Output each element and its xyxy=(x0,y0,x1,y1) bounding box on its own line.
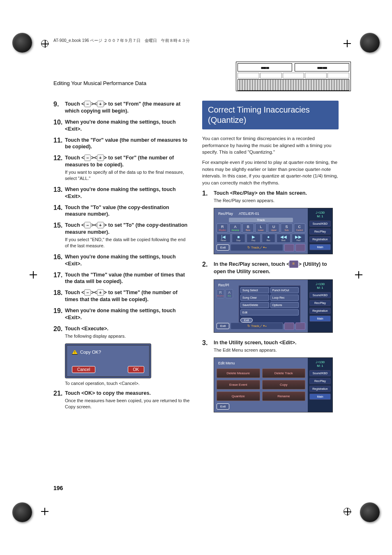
edit-menu-item[interactable]: Erase Event xyxy=(217,380,260,389)
step-number: 16. xyxy=(53,253,65,261)
step-text: Touch <–><+> to set "Time" (the number o… xyxy=(65,289,190,303)
plus-icon: + xyxy=(97,154,104,161)
left-column: 9. Touch <–><+> to set "From" (the measu… xyxy=(53,101,190,502)
utility-button[interactable] xyxy=(295,322,305,330)
minus-icon: – xyxy=(84,101,91,107)
track-bar[interactable]: ↻ Track／✦• xyxy=(231,322,283,329)
ss-title: Rec/Play xyxy=(218,212,233,216)
tempo-display: ♩=130M: 1 xyxy=(309,281,331,290)
ss-title: Rec/Pl xyxy=(218,283,229,287)
screenshot-recplay: Rec/PlayATELIER-01 Track RRhythmAAccompB… xyxy=(214,208,333,254)
utility-item[interactable]: Options xyxy=(270,302,299,308)
side-sound-kbd[interactable]: Sound/KBD xyxy=(309,221,331,227)
step-number: 12. xyxy=(53,154,65,162)
header-meta: AT-900_e.book 196 ページ ２００７年９月７日 金曜日 午前８時… xyxy=(53,38,190,44)
dialog-caption: To cancel operation, touch <Cancel>. xyxy=(65,381,190,386)
step-number: 10. xyxy=(53,119,65,126)
step-number: 15. xyxy=(53,222,65,229)
side-main[interactable]: Main xyxy=(309,244,331,250)
track-button[interactable]: UUpper xyxy=(268,223,279,233)
confirm-dialog: !Copy OK? Cancel OK xyxy=(65,343,151,378)
side-rec-play[interactable]: Rec/Play xyxy=(309,228,331,235)
side-rec-play[interactable]: Rec/Play xyxy=(309,300,331,306)
edit-menu-item[interactable]: Delete Measure xyxy=(217,368,260,378)
digiscore-button[interactable] xyxy=(284,322,294,330)
edit-menu-item[interactable]: Delete Track xyxy=(262,368,306,378)
track-button[interactable]: LLower xyxy=(255,223,267,233)
utility-item[interactable]: Loop Rec xyxy=(270,295,299,301)
ss-subtitle: ATELIER-01 xyxy=(239,212,259,216)
utility-item[interactable]: Song Select xyxy=(240,287,269,293)
edit-menu-item[interactable]: Rename xyxy=(262,391,306,401)
exit-button[interactable]: Exit xyxy=(217,323,229,329)
step-caption: The following display appears. xyxy=(65,333,190,339)
side-rec-play[interactable]: Rec/Play xyxy=(309,378,331,384)
utility-menu: Song SelectPunch In/OutSong ClearLoop Re… xyxy=(239,286,300,324)
track-button[interactable]: BBass xyxy=(242,223,254,233)
track-header: Track xyxy=(229,218,293,222)
transport-rec[interactable]: ●Rec xyxy=(262,234,276,243)
digiscore-button[interactable] xyxy=(284,244,294,251)
side-sound-kbd[interactable]: Sound/KBD xyxy=(309,370,331,376)
ss-title: Edit Menu xyxy=(218,361,235,365)
crop-mark-icon xyxy=(344,508,351,515)
ok-button[interactable]: OK xyxy=(128,366,144,373)
utility-exit[interactable]: Exit xyxy=(240,318,253,322)
step-text: When you're done making the settings, to… xyxy=(65,119,190,133)
step-number: 20. xyxy=(53,325,65,333)
track-button[interactable]: AAccomp xyxy=(229,223,241,233)
step-number: 3. xyxy=(202,339,214,347)
utility-item[interactable]: Edit xyxy=(240,309,299,315)
side-sound-kbd[interactable]: Sound/KBD xyxy=(309,292,331,298)
utility-button[interactable] xyxy=(295,244,305,251)
tempo-display: ♩=130M: 1 xyxy=(309,210,331,219)
step-text: When you're done making the settings, to… xyxy=(65,307,190,321)
track-button[interactable]: SSolo xyxy=(281,223,292,233)
transport-reset[interactable]: |◀Reset xyxy=(217,234,231,243)
plus-icon: + xyxy=(97,222,104,228)
transport-bwd[interactable]: ◀◀Bwd xyxy=(277,234,291,243)
step-text: When you're done making the settings, to… xyxy=(65,253,190,267)
minus-icon: – xyxy=(84,289,91,296)
step-text: Touch the "For" value (the number of mea… xyxy=(65,137,190,151)
step-number: 18. xyxy=(53,289,65,297)
exit-button[interactable]: Exit xyxy=(217,403,229,410)
cancel-button[interactable]: Cancel xyxy=(72,366,95,373)
step-text: Touch <Execute>. xyxy=(65,325,190,332)
step-text: Touch <OK> to copy the measures. xyxy=(65,390,190,397)
step-number: 13. xyxy=(53,186,65,193)
crop-mark-icon xyxy=(355,271,362,279)
transport-fwd[interactable]: ▶▶Fwd xyxy=(292,234,306,243)
step-number: 21. xyxy=(53,390,65,397)
step-text: Touch <Rec/Play> on the Main screen. xyxy=(214,190,339,197)
step-number: 17. xyxy=(53,272,65,279)
side-registration[interactable]: Registration xyxy=(309,386,331,392)
edit-menu-item[interactable]: Copy xyxy=(262,380,306,389)
side-main[interactable]: Main xyxy=(309,394,331,400)
step-note: If you want to specify all of the data u… xyxy=(65,169,190,182)
side-registration[interactable]: Registration xyxy=(309,236,331,242)
step-text: In the Rec/Play screen, touch <> (Utilit… xyxy=(214,261,339,275)
utility-item[interactable]: Song Clear xyxy=(240,295,269,301)
step-number: 14. xyxy=(53,204,65,212)
right-column: Correct Timing Inaccuracies (Quantize) Y… xyxy=(202,101,339,502)
binder-ring-tl xyxy=(12,33,32,53)
side-main[interactable]: Main xyxy=(309,315,331,322)
transport-stop[interactable]: ■Stop xyxy=(232,234,246,243)
crop-mark-icon xyxy=(344,40,351,47)
page-number: 196 xyxy=(53,485,63,491)
edit-menu-item[interactable]: Quantize xyxy=(217,391,260,401)
transport-play[interactable]: ▶Play xyxy=(247,234,261,243)
track-button[interactable]: CControl xyxy=(294,223,305,233)
track-button[interactable]: RRhythm xyxy=(217,223,228,233)
side-registration[interactable]: Registration xyxy=(309,308,331,314)
tempo-display: ♩=130M: 1 xyxy=(309,359,331,368)
step-text: In the Utility screen, touch <Edit>. xyxy=(214,339,339,346)
utility-item[interactable]: Save/Delete xyxy=(240,302,269,308)
crop-mark-icon xyxy=(41,40,48,47)
exit-button[interactable]: Exit xyxy=(217,244,229,251)
track-bar[interactable]: ↻ Track／✦• xyxy=(231,244,283,251)
utility-item[interactable]: Punch In/Out xyxy=(270,287,299,293)
minus-icon: – xyxy=(84,222,91,228)
step-text: Touch the "To" value (the copy-destinati… xyxy=(65,204,190,218)
